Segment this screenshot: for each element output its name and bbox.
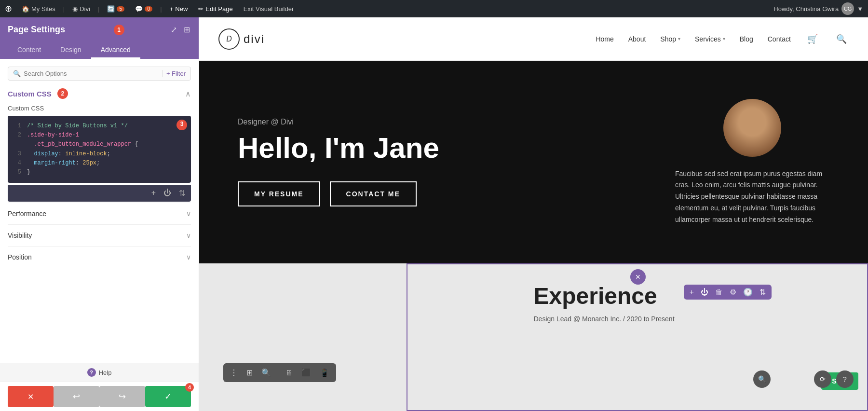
panel-expand-icon[interactable]: ⤢ [170,24,178,35]
module-power-btn[interactable]: ⏻ [701,288,708,297]
badge-1: 1 [114,25,124,35]
admin-divi[interactable]: ◉ Divi [69,0,93,17]
action-bar: ✕ ↩ ↪ ✓ [0,382,199,411]
code-line-2: 2 .side-by-side-1 [14,131,185,140]
panel-body: 🔍 + Filter Custom CSS 2 ∧ Custom CSS 1 /… [0,59,199,363]
nav-home[interactable]: Home [596,35,613,43]
tab-content[interactable]: Content [8,42,51,59]
site-nav: D divi Home About Shop ▾ Services ▾ Blog… [199,17,868,61]
admin-updates[interactable]: 🔄 5 [104,0,127,17]
cart-icon[interactable]: 🛒 [805,32,820,46]
code-editor[interactable]: 1 /* Side by Side Buttons v1 */ 2 .side-… [8,116,191,183]
nav-services[interactable]: Services ▾ [695,35,725,43]
logo-circle: D [218,28,240,50]
visibility-section: Visibility ∨ [8,224,191,246]
visibility-title: Visibility [8,232,32,239]
module-sliders-btn[interactable]: ⇅ [760,288,766,297]
tab-advanced[interactable]: Advanced [91,42,140,59]
admin-mysites[interactable]: 🏠 My Sites [19,0,58,17]
badge-2: 2 [57,88,68,99]
admin-new[interactable]: + New [167,0,191,17]
tb-separator-1 [278,368,278,378]
code-line-2b: .et_pb_button_module_wrapper { [14,140,185,149]
position-header[interactable]: Position ∨ [8,253,191,261]
resume-button[interactable]: MY RESUME [238,181,320,206]
admin-edit-page[interactable]: ✏ Edit Page [195,0,235,17]
hero-title: Hello, I'm Jane [238,132,675,164]
panel-footer: ? Help [0,363,199,382]
right-panel: D divi Home About Shop ▾ Services ▾ Blog… [199,17,868,411]
wordpress-icon[interactable]: ⊕ [5,3,12,14]
experience-subtitle: Design Lead @ Monarch Inc. / 2020 to Pre… [534,315,830,323]
hero-subtitle: Designer @ Divi [238,118,675,126]
panel-grid-icon[interactable]: ⊞ [183,24,191,35]
code-line-5: 5 } [14,168,185,177]
help-button[interactable]: ? Help [87,368,112,377]
code-add-btn[interactable]: + [149,188,158,199]
code-reorder-btn[interactable]: ⇅ [177,188,187,199]
position-chevron: ∨ [186,253,191,261]
nav-blog[interactable]: Blog [740,35,753,43]
search-input[interactable] [24,70,158,77]
panel-title: Page Settings [8,25,65,35]
fi-help-btn[interactable]: ? [836,370,854,388]
undo-button[interactable]: ↩ [54,386,99,407]
floating-icons: 🔍 ⟳ ? [753,370,854,388]
filter-button[interactable]: + Filter [162,70,186,77]
code-line-1: 1 /* Side by Side Buttons v1 */ [14,122,185,131]
tb-monitor-btn[interactable]: 🖥 [283,367,295,379]
close-button[interactable]: ✕ [630,269,646,285]
tb-mobile-btn[interactable]: 📱 [318,366,331,379]
position-section: Position ∨ [8,246,191,268]
nav-contact[interactable]: Contact [768,35,791,43]
tab-design[interactable]: Design [51,42,91,59]
custom-css-label: Custom CSS [8,105,191,112]
tb-grid-btn[interactable]: ⊞ [244,366,255,379]
admin-howdy: Howdy, Christina Gwira CG ▼ [773,2,863,15]
hero-description: Faucibus sed sed erat ipsum purus egesta… [675,168,829,226]
module-clock-btn[interactable]: 🕐 [743,288,753,297]
experience-title: Experience [534,283,830,309]
badge-3: 3 [176,120,187,130]
module-settings-btn[interactable]: ⚙ [730,288,736,297]
code-line-4: 4 margin-right: 25px; [14,159,185,168]
builder-toolbar: ⋮ ⊞ 🔍 🖥 ⬛ 📱 [223,363,336,382]
redo-button[interactable]: ↪ [99,386,145,407]
contact-button[interactable]: CONTACT ME [330,181,417,206]
logo-text: divi [244,32,265,46]
tb-menu-btn[interactable]: ⋮ [228,366,240,379]
code-power-btn[interactable]: ⏻ [162,188,173,199]
services-dropdown-icon: ▾ [723,36,725,41]
user-avatar: CG [841,2,854,15]
performance-header[interactable]: Performance ∨ [8,210,191,218]
admin-comments[interactable]: 💬 0 [132,0,155,17]
module-trash-btn[interactable]: 🗑 [715,288,723,297]
panel-header: Page Settings 1 ⤢ ⊞ Content Design Advan… [0,17,199,59]
nav-shop[interactable]: Shop ▾ [660,35,680,43]
module-add-btn[interactable]: + [690,288,694,297]
fi-social-btn[interactable]: ⟳ [814,370,831,388]
tb-tablet-btn[interactable]: ⬛ [299,366,313,379]
hero-right: Faucibus sed sed erat ipsum purus egesta… [675,99,829,226]
left-panel: Page Settings 1 ⤢ ⊞ Content Design Advan… [0,17,199,411]
bottom-section: Experience Design Lead @ Monarch Inc. / … [199,263,868,411]
visibility-header[interactable]: Visibility ∨ [8,232,191,239]
performance-chevron: ∨ [186,210,191,218]
custom-css-section-header[interactable]: Custom CSS 2 ∧ [8,88,191,99]
performance-section: Performance ∨ [8,203,191,224]
help-icon: ? [87,368,96,377]
performance-title: Performance [8,210,46,218]
panel-tabs: Content Design Advanced [8,42,191,59]
admin-exit-vb[interactable]: Exit Visual Builder [241,0,297,17]
search-nav-icon[interactable]: 🔍 [834,32,849,46]
site-nav-links: Home About Shop ▾ Services ▾ Blog Contac… [596,32,849,46]
save-button[interactable]: ✓ [145,386,191,407]
module-toolbar: + ⏻ 🗑 ⚙ 🕐 ⇅ [684,285,772,300]
visibility-chevron: ∨ [186,232,191,239]
nav-about[interactable]: About [628,35,646,43]
experience-right: Experience Design Lead @ Monarch Inc. / … [534,283,830,323]
cancel-button[interactable]: ✕ [8,386,54,407]
tb-search-btn[interactable]: 🔍 [259,366,273,379]
fi-search-btn[interactable]: 🔍 [753,370,771,388]
hero-avatar [723,99,781,157]
